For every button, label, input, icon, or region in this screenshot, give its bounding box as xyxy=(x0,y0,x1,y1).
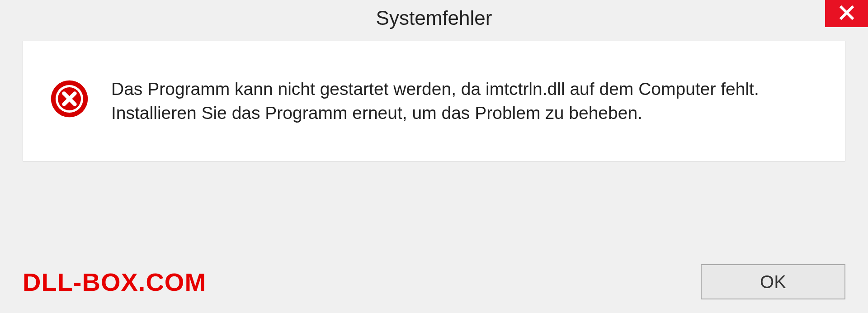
close-icon xyxy=(839,5,855,23)
footer: DLL-BOX.COM OK xyxy=(23,264,845,299)
error-icon xyxy=(50,80,89,118)
content-box: Das Programm kann nicht gestartet werden… xyxy=(23,41,845,161)
ok-button[interactable]: OK xyxy=(701,264,845,299)
titlebar: Systemfehler xyxy=(0,0,868,36)
close-button[interactable] xyxy=(825,0,868,27)
error-dialog: Systemfehler Das Programm kann nicht ges… xyxy=(0,0,868,313)
watermark-text: DLL-BOX.COM xyxy=(23,267,206,297)
dialog-title: Systemfehler xyxy=(376,7,492,29)
error-message: Das Programm kann nicht gestartet werden… xyxy=(111,77,818,125)
